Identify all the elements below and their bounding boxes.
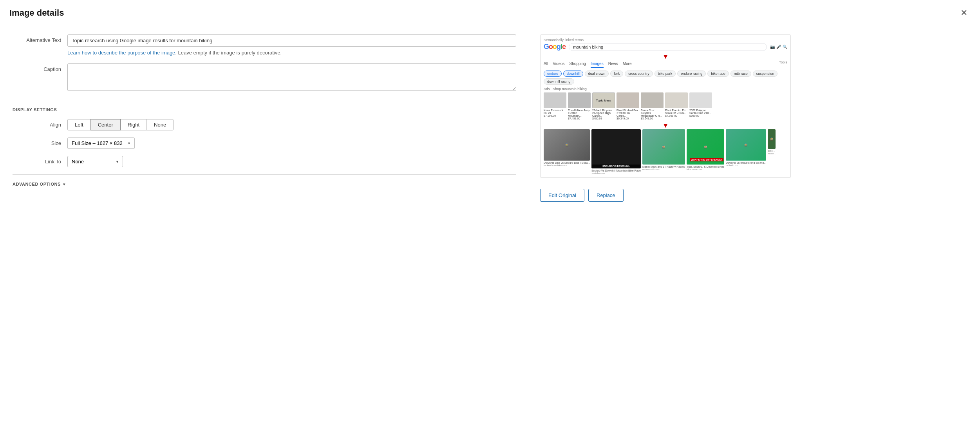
enduro-label: ENDURO VS DOWNHILL: [592, 165, 640, 168]
align-none-button[interactable]: None: [146, 119, 174, 130]
chip-enduro-racing: enduro racing: [677, 71, 706, 77]
product-price-2: $7,499.00: [568, 117, 591, 120]
chip-suspension: suspension: [753, 71, 778, 77]
caption-row: Caption: [13, 63, 516, 92]
align-row: Align Left Center Right None: [13, 119, 516, 130]
product-2: The All-New Jeep Electric Mountain... $7…: [568, 92, 591, 120]
learn-link-suffix: . Leave empty if the image is purely dec…: [175, 50, 282, 56]
image-results-grid: 🚵 Downhill Bike vs Enduro Bike | Braw...…: [544, 129, 787, 174]
camera-icon: 📷: [770, 45, 775, 49]
img-source-4: bikerumor.com: [687, 168, 724, 170]
product-5: Santa Cruz Bicycles Megatower C R... $5,…: [641, 92, 664, 120]
arrow-down-indicator-1: ▼: [544, 53, 787, 60]
img-caption-3: Merlin Marc and 3T Factory Racing: [642, 165, 685, 168]
size-select[interactable]: Full Size – 1627 × 832 Large Medium Thum…: [67, 137, 135, 149]
link-label: Link To: [13, 159, 67, 165]
google-search-mock: Semantically linked terms Google mountai…: [541, 35, 790, 177]
product-7: 2022 Polygon Santa Cruz V10... $999.00: [689, 92, 712, 120]
img-label-1: 🚵: [564, 143, 570, 147]
img-result-5: 🚵: [726, 129, 767, 161]
search-icon: 🔍: [783, 45, 787, 49]
img-label-3: 🚵: [662, 145, 665, 148]
tab-shopping: Shopping: [570, 60, 586, 68]
chip-dual-crown: dual crown: [585, 71, 609, 77]
img-caption-5: Downhill vs enduro: find out the...: [726, 161, 767, 164]
search-text: mountain biking: [573, 45, 603, 49]
chip-cross-country: cross country: [625, 71, 653, 77]
chip-downhill: downhill: [563, 71, 583, 77]
close-button[interactable]: ✕: [957, 7, 971, 19]
product-grid: Kona Process X DL 29 $7,199.00 The All-N…: [544, 92, 787, 120]
img-result-6: 🚵: [768, 129, 776, 149]
img-result-1: 🚵: [544, 129, 590, 161]
img-caption-4: Trail, Enduro, & Downhill Bikes: [687, 165, 724, 168]
product-img-3: Topic Ideas: [592, 92, 615, 108]
filter-chips: enduro downhill dual crown fork cross co…: [544, 71, 787, 85]
advanced-options-label: ADVANCED OPTIONS: [13, 182, 61, 186]
modal-header: Image details ✕: [0, 0, 980, 25]
align-center-button[interactable]: Center: [90, 119, 121, 130]
img-result-4: 🚵 WHAT'S THE DIFFERENCE?: [687, 129, 724, 165]
chip-bike-park: bike park: [655, 71, 676, 77]
google-search-bar: mountain biking: [569, 43, 767, 51]
size-select-wrapper: Full Size – 1627 × 832 Large Medium Thum…: [67, 137, 135, 149]
semantically-linked-label: Semantically linked terms: [544, 38, 787, 42]
img-result-2: ENDURO VS DOWNHILL: [591, 129, 641, 168]
alt-text-input[interactable]: [67, 34, 516, 47]
alt-text-row: Alternative Text Learn how to describe t…: [13, 34, 516, 56]
tab-videos: Videos: [553, 60, 564, 68]
img-result-col-6: 🚵 Cali... moun...: [768, 129, 776, 174]
arrow-down-indicator-2: ▼: [544, 122, 787, 129]
alt-text-label: Alternative Text: [13, 34, 67, 43]
img-result-col-3: 🚵 Merlin Marc and 3T Factory Racing endu…: [642, 129, 685, 174]
display-settings-title: DISPLAY SETTINGS: [13, 107, 516, 112]
img-label-4: 🚵: [704, 145, 707, 148]
product-price-7: $999.00: [689, 114, 712, 117]
product-img-4: [617, 92, 639, 108]
img-result-col-1: 🚵 Downhill Bike vs Enduro Bike | Braw...…: [544, 129, 590, 174]
img-caption-6: Cali...: [768, 150, 776, 152]
tab-more: More: [623, 60, 632, 68]
product-img-5: [641, 92, 664, 108]
advanced-options-toggle[interactable]: ADVANCED OPTIONS ▾: [13, 182, 516, 186]
chip-bike-race: bike race: [707, 71, 729, 77]
replace-button[interactable]: Replace: [588, 189, 624, 202]
product-1: Kona Process X DL 29 $7,199.00: [544, 92, 566, 120]
google-nav-tabs: All Videos Shopping Images News More Too…: [544, 60, 787, 68]
size-row: Size Full Size – 1627 × 832 Large Medium…: [13, 137, 516, 149]
right-panel: Semantically linked terms Google mountai…: [529, 25, 980, 445]
img-result-col-2: ENDURO VS DOWNHILL Enduro Vs Downhill Mo…: [591, 129, 641, 174]
link-select-wrapper: None Media File Attachment Page Custom U…: [67, 156, 123, 167]
alt-text-hint: Learn how to describe the purpose of the…: [67, 50, 516, 56]
img-caption-1: Downhill Bike vs Enduro Bike | Braw...: [544, 161, 590, 164]
product-price-5: $5,649.00: [641, 117, 664, 120]
product-name-6: Pivot Firebird Pro Sisku D5 - Dual...: [665, 109, 688, 114]
left-panel: Alternative Text Learn how to describe t…: [0, 25, 529, 445]
img-source-6: moun...: [768, 152, 776, 155]
product-price-3: $486.99: [592, 117, 615, 120]
caption-input[interactable]: [67, 63, 516, 91]
img-source-1: brokenbrownbike.com: [544, 164, 590, 166]
chip-mtb-race: mtb race: [730, 71, 751, 77]
google-logo: Google: [544, 43, 566, 51]
product-price-6: $7,999.00: [665, 114, 688, 117]
chip-downhill-racing: downhill racing: [544, 78, 574, 85]
link-select[interactable]: None Media File Attachment Page Custom U…: [67, 156, 123, 167]
link-row: Link To None Media File Attachment Page …: [13, 156, 516, 167]
tab-images: Images: [591, 60, 604, 68]
size-label: Size: [13, 140, 67, 146]
alt-text-content: Learn how to describe the purpose of the…: [67, 34, 516, 56]
img-source-3: enduro-mtb.com: [642, 168, 685, 170]
tab-news: News: [608, 60, 618, 68]
image-preview: Semantically linked terms Google mountai…: [540, 34, 791, 178]
align-left-button[interactable]: Left: [67, 119, 91, 130]
product-name-4: Pivot Firebird Pro XT/XTR X2 Carbo...: [617, 109, 639, 117]
learn-link[interactable]: Learn how to describe the purpose of the…: [67, 50, 175, 56]
product-3: Topic Ideas 29-Inch Bicycles 21-Speed Hi…: [592, 92, 615, 120]
whats-the-difference-label: WHAT'S THE DIFFERENCE?: [690, 158, 723, 161]
product-img-6: [665, 92, 688, 108]
img-result-col-5: 🚵 Downhill vs enduro: find out the... re…: [726, 129, 767, 174]
edit-original-button[interactable]: Edit Original: [540, 189, 584, 202]
align-right-button[interactable]: Right: [120, 119, 147, 130]
align-buttons: Left Center Right None: [67, 119, 173, 130]
